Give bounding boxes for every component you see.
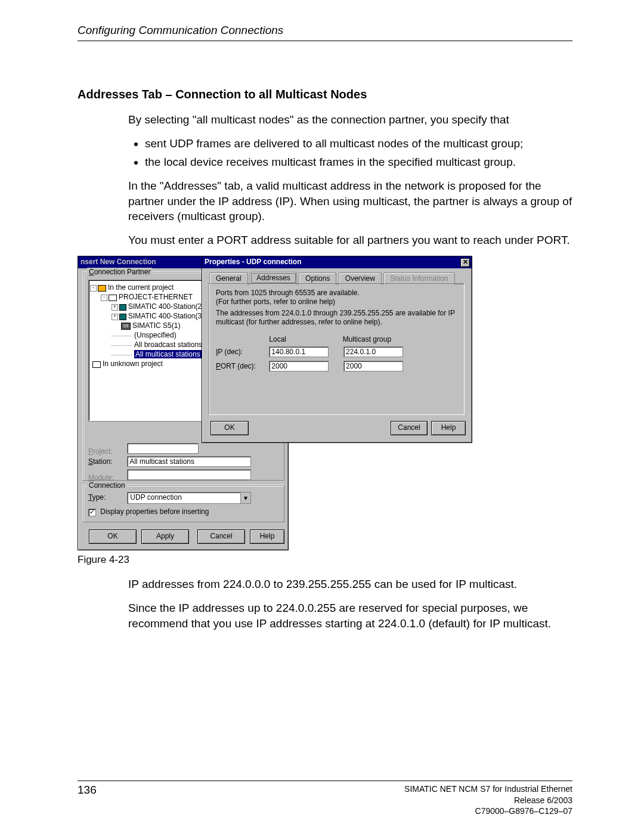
paragraph-3: You must enter a PORT address suitable f… [128, 233, 572, 248]
tree-s5[interactable]: SIMATIC S5(1) [132, 321, 180, 330]
apply-button[interactable]: Apply [141, 529, 189, 544]
ip-local-input[interactable]: 140.80.0.1 [269, 346, 329, 357]
tree-station-3[interactable]: SIMATIC 400-Station(3) [128, 312, 204, 320]
ok-button[interactable]: OK [210, 421, 249, 435]
properties-titlebar: Properties - UDP connection [202, 256, 472, 268]
expander-icon[interactable]: + [112, 314, 118, 320]
expander-icon[interactable]: + [112, 304, 118, 311]
addresses-pane: Ports from 1025 through 65535 are availa… [209, 284, 465, 415]
display-properties-checkbox[interactable]: ✓ [88, 509, 96, 516]
intro-paragraph: By selecting "all multicast nodes" as th… [128, 112, 572, 128]
ports-note-1: Ports from 1025 through 65535 are availa… [216, 289, 458, 298]
tab-status-information: Status Information [383, 272, 454, 284]
bullet-2: the local device receives multicast fram… [145, 154, 572, 170]
local-column-header: Local [269, 335, 340, 344]
tree-multicast-selected[interactable]: All multicast stations [134, 350, 202, 358]
station-label: Station: [88, 457, 125, 466]
project-field [127, 443, 199, 454]
tab-addresses[interactable]: Addresses [250, 272, 297, 284]
type-label: Type: [88, 493, 125, 501]
ports-note-2: (For further ports, refer to online help… [216, 298, 458, 306]
expander-icon[interactable]: - [90, 285, 97, 292]
display-properties-label: Display properties before inserting [100, 507, 209, 516]
tree-root[interactable]: In the current project [108, 283, 174, 292]
after-paragraph-2: Since the IP addresses up to 224.0.0.255… [128, 600, 572, 631]
tab-options[interactable]: Options [299, 272, 336, 284]
page-footer: 136 SIMATIC NET NCM S7 for Industrial Et… [78, 781, 572, 816]
tree-broadcast[interactable]: All broadcast stations [134, 340, 202, 349]
multicast-column-header: Multicast group [343, 335, 391, 344]
help-button[interactable]: Help [250, 529, 284, 544]
type-combo-value: UDP connection [128, 493, 240, 503]
properties-window: Properties - UDP connection ✕ General Ad… [202, 256, 472, 443]
tab-overview[interactable]: Overview [339, 272, 382, 284]
project-icon [109, 295, 117, 301]
project-icon [92, 361, 101, 368]
figure-caption: Figure 4-23 [78, 554, 572, 566]
after-paragraph-1: IP addresses from 224.0.0.0 to 239.255.2… [128, 577, 572, 592]
footer-line-2: Release 6/2003 [404, 795, 572, 806]
project-label: Project: [88, 447, 125, 456]
tree-unspecified[interactable]: (Unspecified) [134, 331, 177, 339]
module-field [127, 469, 251, 480]
connection-partner-label: Connection Partner [87, 268, 152, 276]
port-local-input[interactable]: 2000 [269, 361, 329, 371]
module-label: Module: [88, 473, 125, 482]
page-number: 136 [78, 784, 97, 797]
ok-button[interactable]: OK [89, 529, 137, 544]
connection-group-label: Connection [87, 481, 127, 490]
folder-icon [98, 285, 106, 292]
tab-general[interactable]: General [209, 272, 248, 284]
station-icon [119, 314, 126, 320]
connection-group: Connection Type: UDP connection ▾ ✓ Disp… [83, 485, 284, 522]
cancel-button[interactable]: Cancel [391, 421, 428, 435]
help-button[interactable]: Help [431, 421, 466, 435]
port-remote-input[interactable]: 2000 [343, 361, 403, 371]
footer-line-1: SIMATIC NET NCM S7 for Industrial Ethern… [404, 784, 572, 794]
s5-icon: S5 [121, 323, 131, 330]
tree-station-2[interactable]: SIMATIC 400-Station(2) [128, 302, 204, 311]
ip-remote-input[interactable]: 224.0.1.0 [343, 346, 403, 357]
tab-bar: General Addresses Options Overview Statu… [209, 272, 465, 284]
bullet-1: sent UDP frames are delivered to all mul… [145, 136, 572, 151]
chevron-down-icon[interactable]: ▾ [240, 493, 250, 503]
section-title: Addresses Tab – Connection to all Multic… [78, 88, 572, 101]
multicast-note: The addresses from 224.0.1.0 through 239… [216, 309, 458, 327]
paragraph-2: In the "Addresses" tab, a valid multicas… [128, 178, 572, 224]
station-icon [119, 304, 126, 311]
cancel-button[interactable]: Cancel [197, 529, 245, 544]
station-field: All multicast stations [127, 456, 251, 467]
close-icon[interactable]: ✕ [460, 258, 470, 267]
type-combo[interactable]: UDP connection ▾ [127, 492, 251, 504]
expander-icon[interactable]: - [101, 295, 107, 301]
screenshot: nsert New Connection Connection Partner … [78, 256, 471, 550]
page-header: Configuring Communication Connections [78, 24, 572, 41]
tree-unknown-project[interactable]: In unknown project [103, 360, 163, 368]
tree-project[interactable]: PROJECT-ETHERNET [119, 293, 193, 301]
footer-line-3: C79000–G8976–C129–07 [404, 806, 572, 816]
